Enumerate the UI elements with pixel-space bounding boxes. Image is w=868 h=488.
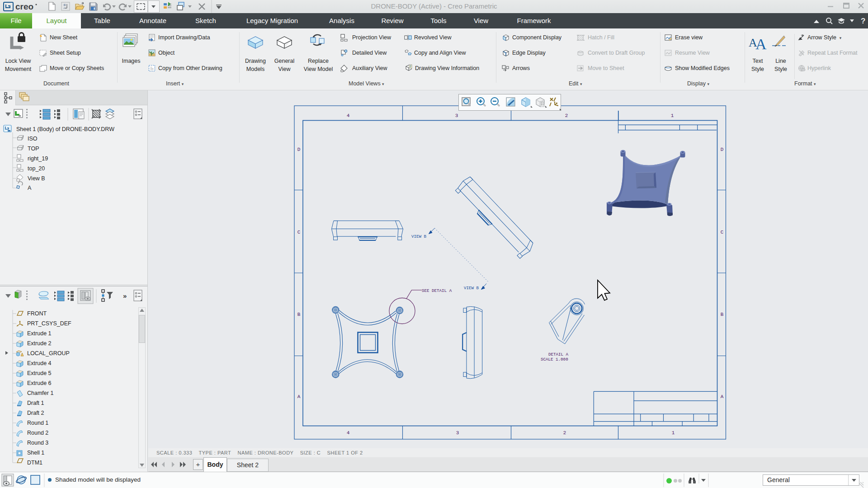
svg-text:DETAIL A: DETAIL A	[548, 352, 569, 357]
svg-text:»: »	[123, 292, 127, 300]
svg-text:A: A	[297, 394, 301, 399]
svg-text:A: A	[721, 394, 724, 399]
svg-text:C: C	[721, 230, 724, 235]
svg-text:4: 4	[347, 430, 350, 436]
svg-text:2: 2	[563, 430, 566, 436]
svg-text:B: B	[297, 312, 301, 317]
svg-text:VIEW B: VIEW B	[464, 286, 479, 291]
svg-text:SEE DETAIL A: SEE DETAIL A	[422, 288, 452, 293]
svg-text:2: 2	[565, 113, 568, 118]
svg-text:4: 4	[347, 113, 350, 118]
svg-text:B: B	[721, 312, 724, 317]
svg-text:D: D	[721, 147, 724, 152]
svg-text:C: C	[297, 230, 301, 235]
svg-text:A: A	[755, 36, 767, 52]
svg-text:1: 1	[671, 113, 674, 118]
svg-text:1: 1	[672, 430, 675, 436]
svg-text:?: ?	[861, 17, 865, 25]
svg-text:3: 3	[456, 430, 459, 436]
svg-text:SCALE 1.000: SCALE 1.000	[541, 357, 568, 362]
svg-text:D: D	[297, 147, 301, 152]
svg-text:3: 3	[455, 113, 458, 118]
svg-text:VIEW B: VIEW B	[411, 234, 427, 239]
